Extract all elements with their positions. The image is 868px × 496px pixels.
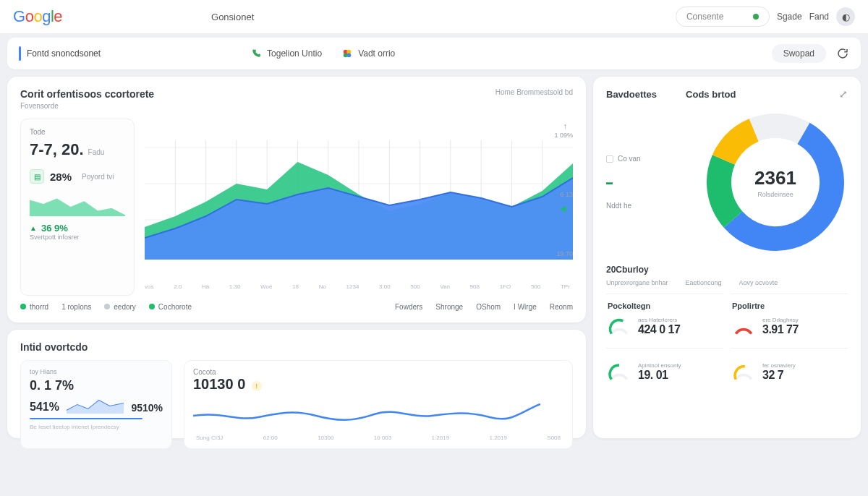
main-headline-right: Home Brommestsold bd xyxy=(495,88,573,96)
donut-card: Bavdoettes Cods brtod ⤢ Co van ▬ Nddt he… xyxy=(593,77,861,438)
active-indicator-icon xyxy=(19,46,21,61)
stat-sparkline xyxy=(30,194,125,217)
search-placeholder: Consente xyxy=(686,12,723,22)
kpi-label: toy Hians xyxy=(30,368,163,375)
caret-up-icon: ▲ xyxy=(30,224,37,232)
donut-legend-item[interactable]: ▬ xyxy=(606,179,655,186)
subbar-breadcrumb[interactable]: Fontd snoncdsonet xyxy=(19,46,101,61)
subbar-item-1[interactable]: Togelion Untio xyxy=(251,48,322,59)
progress-bar xyxy=(30,418,142,419)
stat-box: Tode 7-7, 20.Fadu ▤ 28% Poyord tvi ▲ 36 … xyxy=(20,119,135,296)
line-box-value: 10130 0 xyxy=(193,376,245,392)
legend-item[interactable]: OShom xyxy=(476,303,501,311)
legend-item[interactable]: I Wirge xyxy=(514,303,537,311)
topbar: Google Gonsionet Consente Sgade Fand ◐ xyxy=(0,0,868,33)
subbar-left-label: Fontd snoncdsonet xyxy=(27,48,101,59)
phone-icon xyxy=(251,48,261,59)
search-input[interactable]: Consente xyxy=(676,7,770,27)
line-box-title: Cocota xyxy=(193,368,563,376)
legend-item[interactable]: Cochorote xyxy=(149,303,192,311)
avatar[interactable]: ◐ xyxy=(836,7,855,26)
top-link-2[interactable]: Fand xyxy=(809,12,829,22)
tab-item[interactable]: Aovy ocvovte xyxy=(739,279,778,286)
donut-legend-item[interactable]: Co van xyxy=(606,155,655,163)
subbar-item-2-label: Vadt orrio xyxy=(358,48,395,59)
tab-item[interactable]: Unprexrorgane bnhar xyxy=(606,279,668,286)
metric-cell: fer osnaviery32 7 xyxy=(731,348,848,386)
logo[interactable]: Google xyxy=(13,7,62,26)
multi-color-icon xyxy=(342,48,352,59)
kpi-alt: 9510% xyxy=(131,402,163,414)
kpi-box: toy Hians 0. 1 7% 541% 9510% Be Ieset ti… xyxy=(20,360,172,449)
subbar-item-1-label: Togelion Untio xyxy=(267,48,322,59)
main-card-subtitle: Fovensorde xyxy=(20,102,154,110)
stat-delta-sub: Svertpott infosrer xyxy=(30,234,125,241)
right-mid-label: 20Cburloy xyxy=(606,265,848,275)
subbar: Fontd snoncdsonet Togelion Untio Vadt or… xyxy=(7,38,861,69)
stat-pct: 28% xyxy=(50,171,72,183)
warning-icon: ! xyxy=(252,381,262,391)
metric-value: 19. 01 xyxy=(638,369,681,382)
metric-value: 32 7 xyxy=(762,369,796,382)
line-chart xyxy=(193,397,540,429)
stat-label: Tode xyxy=(30,128,125,136)
gauge-icon xyxy=(608,315,631,338)
area-chart: ↑ ◀ xyxy=(145,119,573,296)
bottom-card: Intid ovortcdo toy Hians 0. 1 7% 541% 95… xyxy=(7,330,586,438)
chart-legend: thorrd 1 roplons eedory Cochorote Fowder… xyxy=(20,303,573,311)
donut-chart: 2361 Rolsdeinsee xyxy=(703,110,848,255)
right-tab-1[interactable]: Bavdoettes xyxy=(606,89,657,100)
gauge-icon xyxy=(608,360,631,383)
metric-title: Ppolirtre xyxy=(732,302,846,310)
tab-item[interactable]: Eaetioncong xyxy=(686,279,722,286)
line-x-ticks: Sung CI3J62:00 1030010 003 1:20191.2019 … xyxy=(193,435,563,441)
refresh-icon[interactable] xyxy=(836,47,849,60)
top-center-label: Gonsionet xyxy=(211,12,254,22)
line-chart-box: Cocota 10130 0 ! Sung CI3J62:00 1030010 … xyxy=(184,360,573,449)
stat-pct-suffix: Poyord tvi xyxy=(82,173,114,181)
legend-item[interactable]: Reonm xyxy=(550,303,573,311)
metric-title: Pockoltegn xyxy=(608,302,722,310)
main-card-title: Corit orfentisoos ccortorete xyxy=(20,88,154,100)
metric-value: 424 0 17 xyxy=(638,323,680,336)
metric-cell: Apintnot ensonty19. 01 xyxy=(606,348,723,386)
donut-legend: Co van ▬ Nddt he xyxy=(606,155,655,210)
right-tab-2[interactable]: Cods brtod xyxy=(686,89,736,100)
gauge-icon xyxy=(732,315,755,338)
svg-point-3 xyxy=(347,53,352,57)
subbar-item-2[interactable]: Vadt orrio xyxy=(342,48,395,59)
metric-cell: Ppolirtre ere Ddaghnsy3.91 77 xyxy=(731,294,848,341)
subbar-action-button[interactable]: Swopad xyxy=(772,44,826,63)
legend-item[interactable]: Fowders xyxy=(395,303,422,311)
donut-center-value: 2361 xyxy=(754,167,796,189)
donut-legend-item[interactable]: Nddt he xyxy=(606,202,655,210)
right-tabs: Unprexrorgane bnhar Eaetioncong Aovy ocv… xyxy=(606,279,848,286)
legend-item[interactable]: eedory xyxy=(104,303,136,311)
kpi-footer: Be Ieset tieetop Intenet Iprendecsy xyxy=(30,424,163,430)
kpi-value: 0. 1 7% xyxy=(30,378,163,393)
y-axis-labels: 1 09%6 1319.70 xyxy=(554,119,573,278)
kpi-pct: 541% xyxy=(30,401,59,414)
donut-center-sub: Rolsdeinsee xyxy=(757,191,793,198)
legend-item[interactable]: 1 roplons xyxy=(61,303,91,311)
bottom-card-title: Intid ovortcdo xyxy=(20,341,573,353)
metric-cell: Pockoltegn aes Hatericrers424 0 17 xyxy=(606,294,723,341)
gauge-icon xyxy=(732,360,755,383)
legend-item[interactable]: Shronge xyxy=(435,303,463,311)
stat-delta: 36 9% xyxy=(41,223,68,234)
status-dot-icon xyxy=(753,14,759,20)
main-chart-card: Corit orfentisoos ccortorete Fovensorde … xyxy=(7,77,586,322)
top-link-1[interactable]: Sgade xyxy=(777,12,802,22)
metric-value: 3.91 77 xyxy=(762,323,799,336)
x-axis-ticks: vos2.0Ha 1.30Woe18 No12343.00 500Van908 … xyxy=(145,283,573,290)
kpi-sparkline xyxy=(67,398,124,414)
legend-item[interactable]: thorrd xyxy=(20,303,48,311)
expand-icon[interactable]: ⤢ xyxy=(839,88,848,100)
badge-icon: ▤ xyxy=(30,169,44,184)
stat-big-value: 7-7, 20.Fadu xyxy=(30,140,125,159)
